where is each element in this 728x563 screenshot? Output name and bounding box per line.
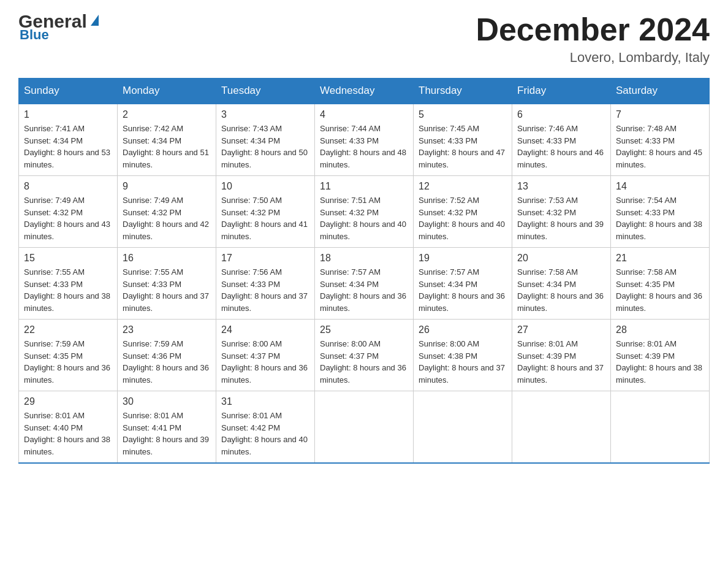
month-title: December 2024 (476, 12, 710, 47)
day-cell: 23Sunrise: 7:59 AMSunset: 4:36 PMDayligh… (118, 320, 216, 391)
day-info: Sunrise: 7:45 AMSunset: 4:33 PMDaylight:… (419, 123, 507, 170)
day-cell: 13Sunrise: 7:53 AMSunset: 4:32 PMDayligh… (512, 176, 611, 248)
day-cell: 26Sunrise: 8:00 AMSunset: 4:38 PMDayligh… (414, 320, 512, 391)
header-cell-monday: Monday (118, 79, 216, 104)
day-number: 28 (616, 324, 704, 335)
day-number: 29 (24, 396, 112, 407)
day-cell: 12Sunrise: 7:52 AMSunset: 4:32 PMDayligh… (414, 176, 512, 248)
page-header: General Blue December 2024 Lovero, Lomba… (18, 12, 710, 66)
header-cell-wednesday: Wednesday (315, 79, 414, 104)
day-info: Sunrise: 7:57 AMSunset: 4:34 PMDaylight:… (419, 266, 507, 314)
day-cell: 16Sunrise: 7:55 AMSunset: 4:33 PMDayligh… (118, 248, 216, 320)
day-number: 15 (24, 253, 112, 264)
day-info: Sunrise: 7:59 AMSunset: 4:35 PMDaylight:… (24, 338, 112, 386)
day-number: 5 (419, 109, 507, 120)
day-number: 18 (320, 253, 408, 264)
day-number: 23 (123, 324, 211, 335)
day-cell: 18Sunrise: 7:57 AMSunset: 4:34 PMDayligh… (315, 248, 414, 320)
day-cell: 10Sunrise: 7:50 AMSunset: 4:32 PMDayligh… (216, 176, 315, 248)
day-info: Sunrise: 7:53 AMSunset: 4:32 PMDaylight:… (517, 194, 605, 242)
day-number: 20 (517, 253, 605, 264)
day-info: Sunrise: 7:55 AMSunset: 4:33 PMDaylight:… (24, 266, 112, 314)
day-info: Sunrise: 8:01 AMSunset: 4:39 PMDaylight:… (517, 338, 605, 386)
header-cell-tuesday: Tuesday (216, 79, 315, 104)
header-cell-thursday: Thursday (414, 79, 512, 104)
day-number: 22 (24, 324, 112, 335)
day-cell: 27Sunrise: 8:01 AMSunset: 4:39 PMDayligh… (512, 320, 611, 391)
day-number: 6 (517, 109, 605, 120)
calendar-header: SundayMondayTuesdayWednesdayThursdayFrid… (19, 79, 710, 104)
day-number: 8 (24, 181, 112, 192)
day-info: Sunrise: 7:46 AMSunset: 4:33 PMDaylight:… (517, 123, 605, 170)
day-cell: 31Sunrise: 8:01 AMSunset: 4:42 PMDayligh… (216, 391, 315, 464)
header-cell-friday: Friday (512, 79, 611, 104)
day-number: 16 (123, 253, 211, 264)
week-row-1: 1Sunrise: 7:41 AMSunset: 4:34 PMDaylight… (19, 104, 710, 176)
day-number: 31 (221, 396, 309, 407)
day-cell: 30Sunrise: 8:01 AMSunset: 4:41 PMDayligh… (118, 391, 216, 464)
day-cell (315, 391, 414, 464)
day-cell: 11Sunrise: 7:51 AMSunset: 4:32 PMDayligh… (315, 176, 414, 248)
day-number: 12 (419, 181, 507, 192)
day-cell: 17Sunrise: 7:56 AMSunset: 4:33 PMDayligh… (216, 248, 315, 320)
logo-triangle-icon (91, 15, 99, 26)
day-cell: 24Sunrise: 8:00 AMSunset: 4:37 PMDayligh… (216, 320, 315, 391)
day-info: Sunrise: 8:01 AMSunset: 4:39 PMDaylight:… (616, 338, 704, 386)
day-cell: 22Sunrise: 7:59 AMSunset: 4:35 PMDayligh… (19, 320, 118, 391)
day-number: 4 (320, 109, 408, 120)
day-cell: 28Sunrise: 8:01 AMSunset: 4:39 PMDayligh… (611, 320, 710, 391)
day-info: Sunrise: 8:00 AMSunset: 4:37 PMDaylight:… (221, 338, 309, 386)
day-number: 24 (221, 324, 309, 335)
day-info: Sunrise: 7:58 AMSunset: 4:35 PMDaylight:… (616, 266, 704, 314)
header-cell-saturday: Saturday (611, 79, 710, 104)
day-info: Sunrise: 7:58 AMSunset: 4:34 PMDaylight:… (517, 266, 605, 314)
day-info: Sunrise: 7:59 AMSunset: 4:36 PMDaylight:… (123, 338, 211, 386)
day-cell: 2Sunrise: 7:42 AMSunset: 4:34 PMDaylight… (118, 104, 216, 176)
day-info: Sunrise: 7:55 AMSunset: 4:33 PMDaylight:… (123, 266, 211, 314)
day-info: Sunrise: 7:54 AMSunset: 4:33 PMDaylight:… (616, 194, 704, 242)
day-cell: 4Sunrise: 7:44 AMSunset: 4:33 PMDaylight… (315, 104, 414, 176)
day-number: 17 (221, 253, 309, 264)
calendar-table: SundayMondayTuesdayWednesdayThursdayFrid… (18, 78, 710, 464)
week-row-3: 15Sunrise: 7:55 AMSunset: 4:33 PMDayligh… (19, 248, 710, 320)
day-number: 1 (24, 109, 112, 120)
day-cell: 3Sunrise: 7:43 AMSunset: 4:34 PMDaylight… (216, 104, 315, 176)
day-info: Sunrise: 7:56 AMSunset: 4:33 PMDaylight:… (221, 266, 309, 314)
day-info: Sunrise: 8:01 AMSunset: 4:42 PMDaylight:… (221, 410, 309, 458)
week-row-2: 8Sunrise: 7:49 AMSunset: 4:32 PMDaylight… (19, 176, 710, 248)
day-cell (414, 391, 512, 464)
day-cell: 8Sunrise: 7:49 AMSunset: 4:32 PMDaylight… (19, 176, 118, 248)
day-info: Sunrise: 8:01 AMSunset: 4:41 PMDaylight:… (123, 410, 211, 458)
day-info: Sunrise: 7:49 AMSunset: 4:32 PMDaylight:… (24, 194, 112, 242)
header-row: SundayMondayTuesdayWednesdayThursdayFrid… (19, 79, 710, 104)
day-number: 9 (123, 181, 211, 192)
day-info: Sunrise: 7:50 AMSunset: 4:32 PMDaylight:… (221, 194, 309, 242)
title-block: December 2024 Lovero, Lombardy, Italy (476, 12, 710, 66)
day-number: 26 (419, 324, 507, 335)
day-cell: 21Sunrise: 7:58 AMSunset: 4:35 PMDayligh… (611, 248, 710, 320)
week-row-4: 22Sunrise: 7:59 AMSunset: 4:35 PMDayligh… (19, 320, 710, 391)
day-cell: 15Sunrise: 7:55 AMSunset: 4:33 PMDayligh… (19, 248, 118, 320)
day-cell: 9Sunrise: 7:49 AMSunset: 4:32 PMDaylight… (118, 176, 216, 248)
day-info: Sunrise: 7:49 AMSunset: 4:32 PMDaylight:… (123, 194, 211, 242)
day-cell: 19Sunrise: 7:57 AMSunset: 4:34 PMDayligh… (414, 248, 512, 320)
day-cell: 6Sunrise: 7:46 AMSunset: 4:33 PMDaylight… (512, 104, 611, 176)
day-info: Sunrise: 7:52 AMSunset: 4:32 PMDaylight:… (419, 194, 507, 242)
logo: General Blue (18, 12, 99, 42)
day-info: Sunrise: 7:44 AMSunset: 4:33 PMDaylight:… (320, 123, 408, 170)
day-info: Sunrise: 7:57 AMSunset: 4:34 PMDaylight:… (320, 266, 408, 314)
day-info: Sunrise: 7:41 AMSunset: 4:34 PMDaylight:… (24, 123, 112, 170)
day-number: 25 (320, 324, 408, 335)
day-number: 27 (517, 324, 605, 335)
day-number: 14 (616, 181, 704, 192)
day-number: 11 (320, 181, 408, 192)
day-cell (611, 391, 710, 464)
day-number: 13 (517, 181, 605, 192)
day-number: 10 (221, 181, 309, 192)
header-cell-sunday: Sunday (19, 79, 118, 104)
day-info: Sunrise: 7:51 AMSunset: 4:32 PMDaylight:… (320, 194, 408, 242)
day-info: Sunrise: 8:00 AMSunset: 4:38 PMDaylight:… (419, 338, 507, 386)
calendar-body: 1Sunrise: 7:41 AMSunset: 4:34 PMDaylight… (19, 104, 710, 463)
day-cell: 20Sunrise: 7:58 AMSunset: 4:34 PMDayligh… (512, 248, 611, 320)
day-number: 30 (123, 396, 211, 407)
